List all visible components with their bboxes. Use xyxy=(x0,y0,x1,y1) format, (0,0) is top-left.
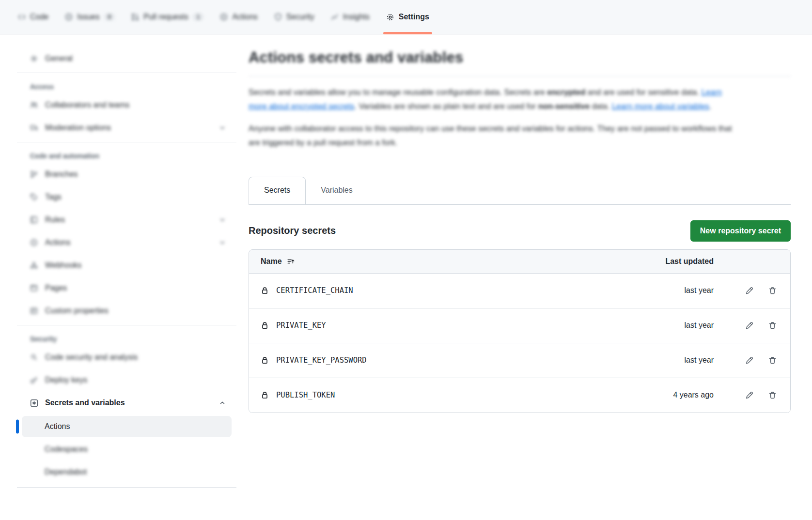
sidebar-item-label: Code security and analysis xyxy=(45,353,138,362)
sidebar-subitem-codespaces[interactable]: Codespaces xyxy=(22,439,232,460)
sidebar-item-label: Branches xyxy=(45,170,78,179)
sidebar-item-webhooks[interactable]: Webhooks xyxy=(22,256,232,275)
sidebar-item-branches[interactable]: Branches xyxy=(22,165,232,184)
selected-indicator-bar xyxy=(16,420,19,434)
column-header-name: Name xyxy=(261,257,282,266)
sidebar-item-label: Dependabot xyxy=(45,468,87,476)
secret-row: PRIVATE_KEY_PASSWORD last year xyxy=(249,343,790,378)
tab-settings[interactable]: Settings xyxy=(379,0,437,34)
sidebar-item-label: Codespaces xyxy=(45,445,88,454)
sidebar-item-pages[interactable]: Pages xyxy=(22,278,232,298)
tab-security[interactable]: Security xyxy=(267,0,322,34)
lock-icon xyxy=(261,356,269,365)
sidebar-item-actions[interactable]: Actions xyxy=(22,233,232,252)
sidebar-item-label: Pages xyxy=(45,284,67,292)
secret-row: PRIVATE_KEY last year xyxy=(249,308,790,343)
intro-paragraph-1: Secrets and variables allow you to manag… xyxy=(249,85,735,113)
link-variables[interactable]: Learn more about variables xyxy=(612,102,709,110)
sidebar-item-collaborators[interactable]: Collaborators and teams xyxy=(22,95,232,115)
sidebar-item-general[interactable]: General xyxy=(22,49,232,68)
tab-code[interactable]: Code xyxy=(11,0,56,34)
issues-count-badge: 8 xyxy=(104,13,115,21)
settings-content: Actions secrets and variables Secrets an… xyxy=(238,34,812,520)
sidebar-item-custom-properties[interactable]: Custom properties xyxy=(22,301,232,321)
sidebar-item-code-security[interactable]: Code security and analysis xyxy=(22,348,232,367)
chevron-down-icon xyxy=(219,239,226,246)
delete-secret-button[interactable] xyxy=(768,321,777,330)
play-circle-icon xyxy=(220,13,228,21)
lock-icon xyxy=(261,391,269,399)
sidebar-item-deploy-keys[interactable]: Deploy keys xyxy=(22,370,232,390)
edit-secret-button[interactable] xyxy=(745,356,753,365)
secret-last-updated: last year xyxy=(631,321,714,330)
sidebar-item-moderation-options[interactable]: Moderation options xyxy=(22,118,232,138)
edit-secret-button[interactable] xyxy=(745,391,753,399)
lock-icon xyxy=(261,321,269,330)
rules-book-icon xyxy=(30,216,38,224)
secret-name: CERTIFICATE_CHAIN xyxy=(276,286,353,295)
sort-ascending-icon[interactable] xyxy=(287,258,295,265)
sidebar-item-label: Actions xyxy=(45,238,70,247)
tab-secrets[interactable]: Secrets xyxy=(249,177,306,204)
table-header-row: Name Last updated xyxy=(249,250,790,273)
code-icon xyxy=(18,13,26,21)
delete-secret-button[interactable] xyxy=(768,287,777,295)
new-repository-secret-button[interactable]: New repository secret xyxy=(690,220,791,242)
active-tab-underline xyxy=(383,32,432,34)
sidebar-section-code-automation: Code and automation xyxy=(22,149,232,165)
lock-icon xyxy=(261,287,269,295)
delete-secret-button[interactable] xyxy=(768,391,777,399)
issue-opened-icon xyxy=(65,13,73,21)
sidebar-item-secrets-variables[interactable]: Secrets and variables xyxy=(22,393,232,413)
people-icon xyxy=(30,101,38,109)
asterisk-box-icon xyxy=(30,399,38,407)
tab-variables[interactable]: Variables xyxy=(306,177,368,204)
sidebar-subitem-dependabot[interactable]: Dependabot xyxy=(22,461,232,483)
sidebar-item-rules[interactable]: Rules xyxy=(22,210,232,229)
sidebar-divider xyxy=(17,142,236,142)
edit-secret-button[interactable] xyxy=(745,321,753,330)
sidebar-item-label: Custom properties xyxy=(45,306,109,315)
play-circle-icon xyxy=(30,239,38,246)
repo-tab-bar: Code Issues 8 Pull requests 1 Actions Se… xyxy=(0,0,812,34)
tab-label: Settings xyxy=(399,13,429,21)
git-pull-request-icon xyxy=(131,13,139,21)
sidebar-section-access: Access xyxy=(22,80,232,95)
key-icon xyxy=(30,376,38,384)
sidebar-item-label: Collaborators and teams xyxy=(45,101,129,109)
gear-icon xyxy=(30,55,38,62)
page-title: Actions secrets and variables xyxy=(249,49,791,76)
intro-paragraph-2: Anyone with collaborator access to this … xyxy=(249,122,735,149)
sidebar-subitem-actions[interactable]: Actions xyxy=(22,416,232,437)
tab-label: Insights xyxy=(343,13,370,21)
chevron-up-icon xyxy=(219,399,226,406)
sidebar-item-tags[interactable]: Tags xyxy=(22,187,232,207)
tag-icon xyxy=(30,193,38,201)
codescan-icon xyxy=(30,353,38,361)
tab-issues[interactable]: Issues 8 xyxy=(58,0,122,34)
secret-last-updated: last year xyxy=(631,286,714,295)
secrets-variables-tabs: Secrets Variables xyxy=(249,177,791,205)
gear-icon xyxy=(386,13,394,21)
secret-name: PRIVATE_KEY_PASSWORD xyxy=(276,356,367,365)
tab-label: Pull requests xyxy=(143,13,188,21)
tab-actions[interactable]: Actions xyxy=(213,0,265,34)
sidebar-section-security: Security xyxy=(22,332,232,348)
sidebar-item-label: Tags xyxy=(45,193,62,201)
sidebar-item-label: Rules xyxy=(45,215,65,224)
delete-secret-button[interactable] xyxy=(768,356,777,365)
sidebar-item-label: Deploy keys xyxy=(45,376,87,384)
sidebar-item-label: General xyxy=(45,54,73,63)
edit-secret-button[interactable] xyxy=(745,287,753,295)
column-header-last-updated: Last updated xyxy=(631,257,714,266)
tab-label: Actions xyxy=(232,13,257,21)
git-branch-icon xyxy=(30,170,38,178)
tab-insights[interactable]: Insights xyxy=(324,0,377,34)
sidebar-item-label: Moderation options xyxy=(45,123,111,132)
chevron-down-icon xyxy=(219,216,226,223)
chevron-down-icon xyxy=(219,124,226,131)
id-badge-icon xyxy=(30,307,38,315)
tab-label: Code xyxy=(30,13,48,21)
tab-pull-requests[interactable]: Pull requests 1 xyxy=(124,0,211,34)
tab-label: Security xyxy=(286,13,314,21)
